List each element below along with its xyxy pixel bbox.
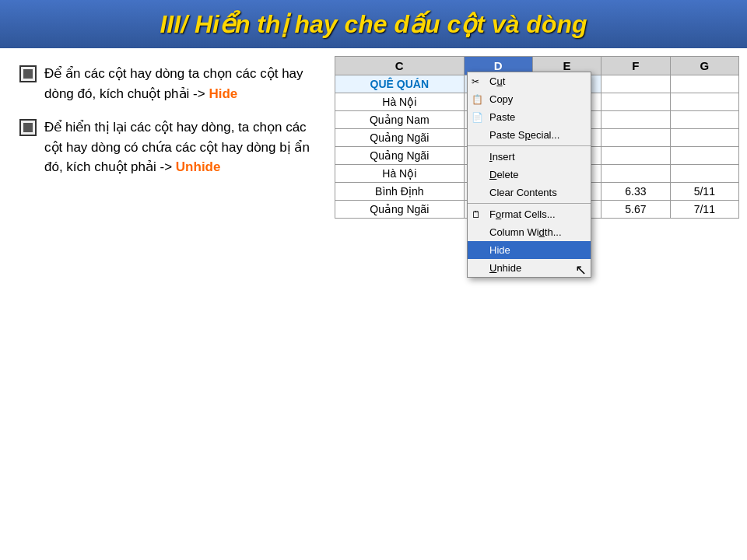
checkbox-inner-2 xyxy=(23,123,33,132)
context-menu: ✂ Cut 📋 Copy 📄 Paste Paste Special... In… xyxy=(467,72,591,278)
col-f-header: F xyxy=(601,57,670,75)
bullet-text-1: Để ẩn các cột hay dòng ta chọn các cột h… xyxy=(44,64,315,103)
copy-icon: 📋 xyxy=(472,94,483,105)
cursor-arrow-icon: ↖ xyxy=(575,261,587,278)
header: III/ Hiển thị hay che dấu cột và dòng xyxy=(0,0,747,48)
menu-copy[interactable]: 📋 Copy xyxy=(468,90,591,108)
menu-format-cells-label: Format Cells... xyxy=(489,208,556,220)
menu-delete-label: Delete xyxy=(489,169,519,180)
cell-f-2 xyxy=(601,111,670,129)
menu-hide-label: Hide xyxy=(489,244,510,256)
menu-hide[interactable]: Hide xyxy=(468,241,591,259)
menu-format-cells[interactable]: 🗒 Format Cells... xyxy=(468,205,591,223)
cell-quangngai-1: Quảng Ngãi xyxy=(335,129,465,147)
cell-g-7: 7/11 xyxy=(670,201,738,219)
cell-binhdinh: Bình Định xyxy=(335,183,465,201)
menu-cut[interactable]: ✂ Cut xyxy=(468,72,591,90)
cell-g-6: 5/11 xyxy=(670,183,738,201)
separator-2 xyxy=(468,203,591,204)
cell-quangngai-2: Quảng Ngãi xyxy=(335,147,465,165)
checkbox-2 xyxy=(19,119,37,136)
cell-g-1 xyxy=(670,93,738,111)
paste-icon: 📄 xyxy=(472,112,483,123)
cell-f-3 xyxy=(601,129,670,147)
menu-unhide[interactable]: Unhide ↖ xyxy=(468,259,591,277)
cell-f-4 xyxy=(601,147,670,165)
menu-clear-contents-label: Clear Contents xyxy=(489,187,557,198)
cell-g-3 xyxy=(670,129,738,147)
cell-f-5 xyxy=(601,165,670,183)
menu-clear-contents[interactable]: Clear Contents xyxy=(468,184,591,201)
left-panel: Để ẩn các cột hay dòng ta chọn các cột h… xyxy=(0,48,335,554)
cell-g-5 xyxy=(670,165,738,183)
checkbox-inner-1 xyxy=(23,69,33,79)
bullet-text-2: Để hiển thị lại các cột hay dòng, ta chọ… xyxy=(44,117,315,177)
cell-g-2 xyxy=(670,111,738,129)
header-quequan: QUÊ QUÁN xyxy=(335,75,465,93)
menu-column-width[interactable]: Column Width... xyxy=(468,223,591,241)
menu-copy-label: Copy xyxy=(489,93,513,105)
col-g-header: G xyxy=(670,57,738,75)
header-blank-f xyxy=(601,75,670,93)
menu-insert-label: Insert xyxy=(489,151,515,163)
hide-highlight: Hide xyxy=(209,86,237,101)
cut-icon: ✂ xyxy=(472,76,479,87)
menu-paste[interactable]: 📄 Paste xyxy=(468,108,591,126)
page-title: III/ Hiển thị hay che dấu cột và dòng xyxy=(16,9,731,39)
cell-hanoi-2: Hà Nội xyxy=(335,165,465,183)
menu-unhide-label: Unhide xyxy=(489,262,521,274)
bullet-item-1: Để ẩn các cột hay dòng ta chọn các cột h… xyxy=(19,64,315,103)
cell-quangngai-3: Quảng Ngãi xyxy=(335,201,465,219)
menu-paste-special[interactable]: Paste Special... xyxy=(468,126,591,144)
col-c-header: C xyxy=(335,57,465,75)
cell-f-1 xyxy=(601,93,670,111)
bullet-item-2: Để hiển thị lại các cột hay dòng, ta chọ… xyxy=(19,117,315,177)
menu-paste-special-label: Paste Special... xyxy=(489,129,559,141)
menu-delete[interactable]: Delete xyxy=(468,166,591,184)
right-panel: C D E F G QUÊ QUÁN ĐLT H Hà Nội 9 xyxy=(335,48,747,554)
menu-cut-label: Cut xyxy=(489,75,505,87)
cell-hanoi-1: Hà Nội xyxy=(335,93,465,111)
cell-g-4 xyxy=(670,147,738,165)
menu-insert[interactable]: Insert xyxy=(468,148,591,166)
format-icon: 🗒 xyxy=(472,209,481,220)
cell-quangnam: Quảng Nam xyxy=(335,111,465,129)
header-blank-g xyxy=(670,75,738,93)
menu-paste-label: Paste xyxy=(489,111,515,123)
unhide-highlight: Unhide xyxy=(176,159,221,174)
checkbox-1 xyxy=(19,65,37,82)
menu-column-width-label: Column Width... xyxy=(489,226,562,238)
main-content: Để ẩn các cột hay dòng ta chọn các cột h… xyxy=(0,48,747,554)
separator-1 xyxy=(468,145,591,146)
cell-f-6: 6.33 xyxy=(601,183,670,201)
cell-f-7: 5.67 xyxy=(601,201,670,219)
